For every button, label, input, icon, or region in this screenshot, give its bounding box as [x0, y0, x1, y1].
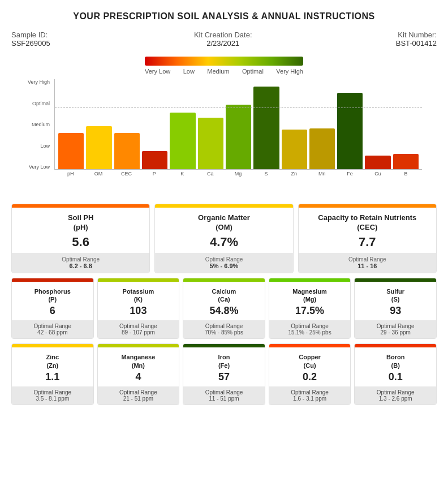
bar-k	[170, 113, 195, 169]
card-name: Calcium (Ca)	[188, 287, 260, 304]
meta-row: Sample ID: SSF269005 Kit Creation Date: …	[11, 31, 437, 48]
card-footer: Optimal Range1.6 - 3.1 ppm	[269, 386, 351, 405]
bar-cu	[365, 156, 390, 169]
card-value: 7.7	[303, 235, 432, 250]
top-cards-row: Soil PH (pH)5.6Optimal Range6.2 - 6.8Org…	[11, 204, 437, 273]
bar-om	[86, 126, 111, 169]
card-name: Manganese (Mn)	[102, 353, 175, 369]
card-capacity-to-retain-nutrients: Capacity to Retain Nutrients (CEC)7.7Opt…	[298, 204, 437, 273]
kit-creation: Kit Creation Date: 2/23/2021	[194, 31, 252, 48]
card-potassium: Potassium (K)103Optimal Range89 - 107 pp…	[97, 278, 180, 339]
card-name: Zinc (Zn)	[16, 353, 89, 369]
legend-labels: Very Low Low Medium Optimal Very High	[145, 68, 303, 75]
card-manganese: Manganese (Mn)4Optimal Range21 - 51 ppm	[97, 343, 180, 405]
bar-zn	[282, 130, 307, 169]
card-iron: Iron (Fe)57Optimal Range11 - 51 ppm	[183, 343, 265, 405]
page-title: YOUR PRESCRIPTION SOIL ANALYSIS & ANNUAL…	[11, 11, 437, 22]
card-value: 6	[16, 305, 89, 317]
card-value: 54.8%	[188, 305, 260, 317]
card-name: Phosphorus (P)	[16, 287, 89, 304]
mid-cards-row: Phosphorus (P)6Optimal Range42 - 68 ppmP…	[11, 278, 437, 339]
bot-cards-row: Zinc (Zn)1.1Optimal Range3.5 - 8.1 ppmMa…	[11, 343, 437, 405]
card-value: 17.5%	[274, 305, 346, 317]
card-value: 5.6	[16, 235, 145, 250]
card-organic-matter: Organic Matter (OM)4.7%Optimal Range5% -…	[154, 204, 293, 273]
bar-s	[253, 87, 279, 169]
card-footer: Optimal Range5% - 6.9%	[155, 253, 292, 273]
card-name: Copper (Cu)	[274, 353, 346, 369]
card-name: Capacity to Retain Nutrients (CEC)	[303, 213, 432, 233]
card-value: 103	[102, 305, 175, 317]
kit-number: Kit Number: BST-001412	[396, 31, 437, 48]
card-footer: Optimal Range21 - 51 ppm	[98, 386, 179, 405]
card-copper: Copper (Cu)0.2Optimal Range1.6 - 3.1 ppm	[269, 343, 351, 405]
card-phosphorus: Phosphorus (P)6Optimal Range42 - 68 ppm	[11, 278, 94, 339]
card-value: 0.1	[359, 371, 432, 383]
card-footer: Optimal Range11 - 51 ppm	[183, 386, 265, 405]
card-magnesium: Magnesium (Mg)17.5%Optimal Range15.1% - …	[269, 278, 351, 339]
bar-cec	[114, 133, 140, 169]
card-zinc: Zinc (Zn)1.1Optimal Range3.5 - 8.1 ppm	[11, 343, 94, 405]
bar-chart: Very High Optimal Medium Low Very Low pH…	[11, 79, 437, 192]
bar-p	[142, 151, 167, 169]
card-footer: Optimal Range42 - 68 ppm	[12, 320, 93, 338]
card-footer: Optimal Range15.1% - 25% pbs	[269, 320, 351, 338]
card-name: Organic Matter (OM)	[160, 213, 288, 233]
bar-mg	[226, 105, 251, 169]
card-footer: Optimal Range1.3 - 2.6 ppm	[355, 386, 436, 405]
card-footer: Optimal Range11 - 16	[299, 253, 436, 273]
card-footer: Optimal Range29 - 36 ppm	[355, 320, 436, 338]
card-value: 57	[188, 371, 260, 383]
card-value: 0.2	[274, 371, 346, 383]
bar-mn	[309, 128, 335, 169]
card-footer: Optimal Range70% - 85% pbs	[183, 320, 265, 338]
optimal-line	[55, 108, 422, 108]
bar-ph	[58, 133, 84, 169]
card-name: Magnesium (Mg)	[274, 287, 346, 304]
card-name: Potassium (K)	[102, 287, 175, 304]
card-value: 1.1	[16, 371, 89, 383]
card-value: 93	[359, 305, 432, 317]
card-name: Boron (B)	[359, 353, 432, 369]
card-footer: Optimal Range6.2 - 6.8	[12, 253, 149, 273]
card-name: Sulfur (S)	[359, 287, 432, 304]
card-name: Soil PH (pH)	[16, 213, 145, 233]
legend: Very Low Low Medium Optimal Very High	[11, 57, 437, 75]
sample-id: Sample ID: SSF269005	[11, 31, 50, 48]
legend-bar	[145, 57, 303, 66]
card-soil-ph: Soil PH (pH)5.6Optimal Range6.2 - 6.8	[11, 204, 150, 273]
card-footer: Optimal Range89 - 107 ppm	[98, 320, 179, 338]
card-value: 4	[102, 371, 175, 383]
bar-ca	[198, 118, 223, 169]
card-footer: Optimal Range3.5 - 8.1 ppm	[12, 386, 93, 405]
card-sulfur: Sulfur (S)93Optimal Range29 - 36 ppm	[354, 278, 437, 339]
card-calcium: Calcium (Ca)54.8%Optimal Range70% - 85% …	[183, 278, 265, 339]
card-name: Iron (Fe)	[188, 353, 260, 369]
bar-b	[393, 154, 419, 169]
bar-fe	[337, 93, 363, 169]
card-boron: Boron (B)0.1Optimal Range1.3 - 2.6 ppm	[354, 343, 437, 405]
card-value: 4.7%	[160, 235, 288, 250]
